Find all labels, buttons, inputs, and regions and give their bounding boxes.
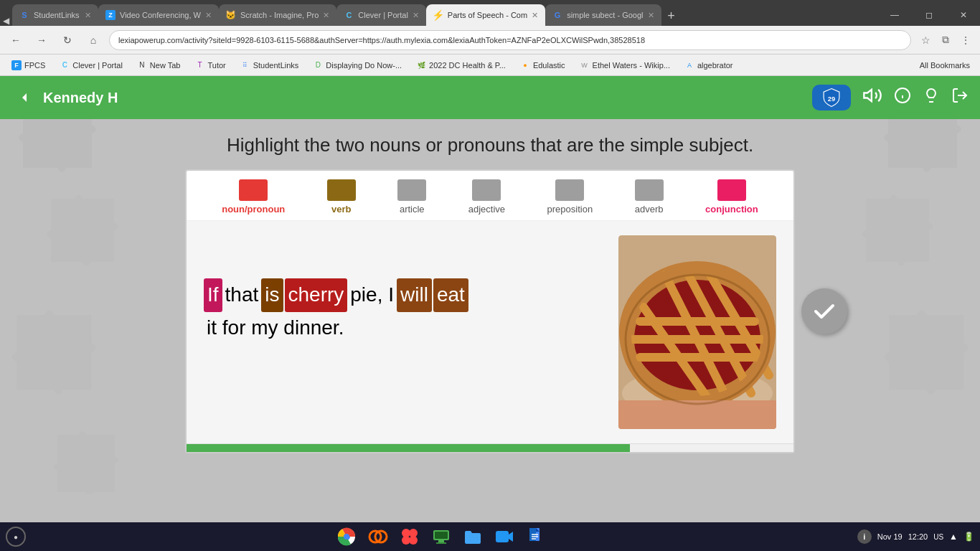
new-tab-button[interactable]: + (661, 6, 682, 26)
taskbar-center (26, 524, 857, 550)
bookmark-ew-label: Ethel Waters - Wikip... (593, 61, 670, 70)
bookmark-edulastic[interactable]: ● Edulastic (514, 59, 571, 72)
pos-conjunction[interactable]: conjunction (705, 179, 758, 215)
bookmark-newtab[interactable]: N New Tab (131, 59, 187, 72)
bookmark-fpcs[interactable]: F FPCS (6, 59, 51, 72)
taskbar-date: Nov 19 (877, 532, 903, 541)
sentence-image-area: If that is cherry pie, I will eat it for… (187, 221, 793, 443)
alg-favicon: A (684, 60, 694, 70)
adverb-color (635, 179, 664, 201)
dch-favicon: 🌿 (416, 60, 426, 70)
taskbar-docs[interactable] (523, 524, 549, 550)
sound-button[interactable] (862, 85, 882, 110)
taskbar-chrome[interactable] (334, 524, 359, 550)
close-button[interactable]: ✕ (947, 4, 980, 26)
word-ending[interactable]: it for my dinner. (204, 312, 347, 344)
info-button[interactable] (894, 87, 911, 108)
tab-close-clever[interactable]: ✕ (413, 11, 419, 20)
taskbar-info-icon[interactable]: i (857, 529, 872, 544)
word-eat[interactable]: eat (433, 278, 468, 312)
docs-icon (526, 527, 546, 547)
wifi-icon: ▲ (949, 532, 958, 542)
svg-rect-34 (496, 531, 509, 542)
address-input[interactable] (109, 30, 911, 50)
taskbar-right: i Nov 19 12:20 US ▲ 🔋 (857, 529, 974, 544)
bookmark-sl-label: StudentLinks (253, 61, 299, 70)
user-name: Kennedy H (43, 90, 118, 106)
word-cherry[interactable]: cherry (285, 278, 348, 312)
hint-button[interactable] (923, 87, 940, 108)
home-button[interactable]: ⌂ (83, 30, 103, 50)
verb-color (327, 179, 356, 201)
word-is[interactable]: is (261, 278, 283, 312)
exit-icon (951, 87, 969, 104)
extensions-icon[interactable]: ⧉ (937, 32, 954, 49)
back-button[interactable] (11, 85, 37, 110)
start-button[interactable]: ● (6, 527, 26, 547)
reload-button[interactable]: ↻ (57, 30, 77, 50)
bookmark-tutor[interactable]: T Tutor (189, 59, 231, 72)
back-nav-button[interactable]: ← (6, 30, 26, 50)
pos-noun-pronoun[interactable]: noun/pronoun (222, 179, 285, 215)
all-bookmarks-button[interactable]: All Bookmarks (915, 60, 974, 71)
bookmark-studentlinks[interactable]: ⠿ StudentLinks (235, 59, 305, 72)
word-will[interactable]: will (397, 278, 432, 312)
word-that[interactable]: that (222, 279, 262, 311)
bookmark-star-icon[interactable]: ☆ (917, 32, 934, 49)
taskbar-circles[interactable] (397, 524, 423, 550)
zoom-taskbar-icon (494, 527, 514, 547)
check-button[interactable] (801, 288, 847, 334)
bookmark-edu-label: Edulastic (533, 61, 565, 70)
word-pie-i[interactable]: pie, I (347, 279, 397, 311)
tab-close-zoom[interactable]: ✕ (205, 11, 212, 20)
pos-preposition[interactable]: preposition (547, 179, 593, 215)
tab-studentlinks[interactable]: S StudentLinks ✕ (12, 4, 98, 26)
tab-scratch[interactable]: 🐱 Scratch - Imagine, Pro ✕ (219, 4, 336, 26)
tab-close-studentlinks[interactable]: ✕ (85, 11, 91, 20)
taskbar-zoom[interactable] (491, 524, 517, 550)
tab-scroll-left[interactable]: ◀ (0, 16, 12, 26)
bookmark-algebrator[interactable]: A algebrator (679, 59, 739, 72)
tab-parts-of-speech[interactable]: ⚡ Parts of Speech - Com ✕ (426, 4, 545, 26)
bookmark-clever[interactable]: C Clever | Portal (54, 59, 128, 72)
tab-zoom[interactable]: Z Video Conferencing, W ✕ (98, 4, 219, 26)
info-icon (894, 87, 911, 104)
start-icon: ● (14, 533, 18, 541)
minimize-button[interactable]: — (878, 4, 911, 26)
pos-article[interactable]: article (397, 179, 426, 215)
taskbar-monitor[interactable] (428, 524, 454, 550)
taskbar-left: ● (6, 527, 26, 547)
tab-clever[interactable]: C Clever | Portal ✕ (336, 4, 426, 26)
bookmark-ethelwaters[interactable]: W Ethel Waters - Wikip... (574, 59, 676, 72)
menu-icon[interactable]: ⋮ (957, 32, 974, 49)
bookmark-dchealth[interactable]: 🌿 2022 DC Health & P... (410, 59, 512, 72)
circles-icon (400, 527, 420, 547)
clever-favicon: C (344, 10, 354, 20)
article-label: article (400, 204, 425, 215)
bookmark-newtab-label: New Tab (150, 61, 181, 70)
tab-google[interactable]: G simple subect - Googl ✕ (545, 4, 661, 26)
bookmark-displayingdo[interactable]: D Displaying Do Now-... (307, 59, 407, 72)
sound-icon (862, 85, 882, 105)
word-if[interactable]: If (204, 278, 222, 312)
bookmark-dch-label: 2022 DC Health & P... (429, 61, 506, 70)
pos-adjective[interactable]: adjective (468, 179, 505, 215)
restore-button[interactable]: ◻ (913, 4, 946, 26)
google-favicon: G (552, 10, 562, 20)
tab-close-scratch[interactable]: ✕ (323, 11, 329, 20)
app-header: Kennedy H 29 (0, 76, 980, 119)
taskbar-folder[interactable] (460, 524, 486, 550)
pos-adverb[interactable]: adverb (635, 179, 664, 215)
bookmark-clever-label: Clever | Portal (72, 61, 123, 70)
instruction-text: Highlight the two nouns or pronouns that… (227, 133, 753, 158)
forward-nav-button[interactable]: → (32, 30, 52, 50)
exit-button[interactable] (951, 87, 969, 108)
tab-close-google[interactable]: ✕ (648, 11, 654, 20)
rings-icon (368, 527, 388, 547)
taskbar-rings[interactable] (365, 524, 391, 550)
pos-verb[interactable]: verb (327, 179, 356, 215)
tab-close-parts-of-speech[interactable]: ✕ (532, 11, 538, 20)
clever-bm-favicon: C (60, 60, 70, 70)
conjunction-label: conjunction (705, 204, 758, 215)
header-right: 29 (812, 85, 969, 110)
